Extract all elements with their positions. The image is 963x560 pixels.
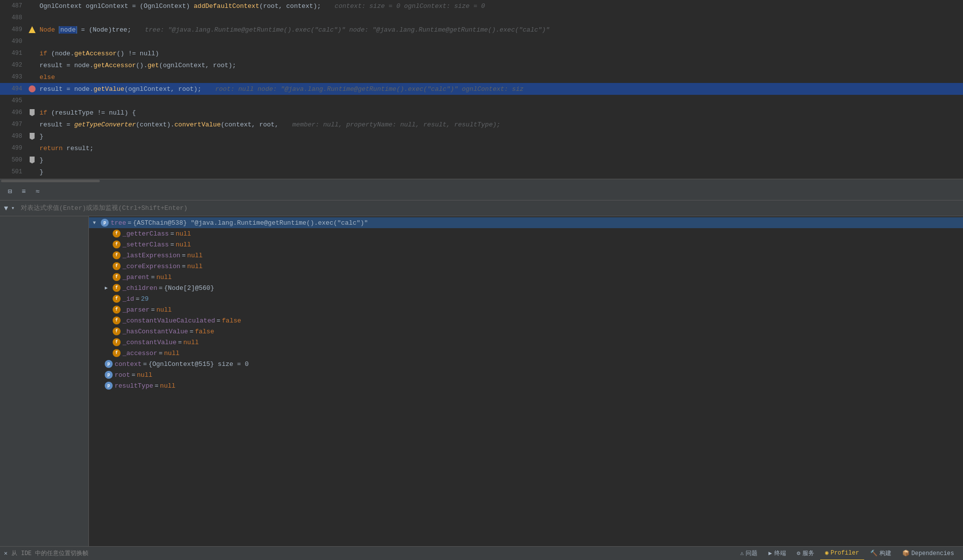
code-lines: 487 OgnlContext ognlContext = (OgnlConte…: [0, 0, 963, 179]
code-line-499: 499 return result;: [0, 142, 963, 154]
var-val-getterClass: null: [175, 230, 191, 238]
field-badge-f3: f: [113, 251, 121, 259]
line-content: Node node = (Node)tree; tree: "@java.lan…: [37, 26, 963, 34]
var-item-lastExpression[interactable]: f _lastExpression = null: [89, 250, 963, 261]
app-container: 487 OgnlContext ognlContext = (OgnlConte…: [0, 0, 963, 560]
var-eq7: =: [135, 295, 139, 303]
code-line-488: 488: [0, 12, 963, 24]
field-badge-f12: f: [113, 349, 121, 357]
var-name-parent: _parent: [123, 274, 150, 281]
var-item-constantValue[interactable]: f _constantValue = null: [89, 337, 963, 348]
var-item-children[interactable]: ▶ f _children = {Node[2]@560}: [89, 282, 963, 293]
dropdown-arrow[interactable]: ▾: [11, 204, 14, 212]
tree-root-row[interactable]: ▼ p tree = {ASTChain@538} "@java.lang.Ru…: [89, 217, 963, 228]
var-eq4: =: [182, 263, 186, 270]
var-item-context[interactable]: p context = {OgnlContext@515} size = 0: [89, 359, 963, 369]
var-item-resultType[interactable]: p resultType = null: [89, 380, 963, 391]
line-content: }: [37, 157, 963, 164]
field-badge-f10: f: [113, 327, 121, 335]
root-value: {ASTChain@538} "@java.lang.Runtime@getRu…: [133, 219, 368, 227]
line-number: 500: [0, 157, 27, 163]
var-item-id[interactable]: f _id = 29: [89, 293, 963, 304]
code-line-497: 497 result = getTypeConverter(context).c…: [0, 119, 963, 130]
status-tab-terminal[interactable]: ▶ 终端: [763, 547, 791, 560]
variables-list[interactable]: ▼ p tree = {ASTChain@538} "@java.lang.Ru…: [89, 216, 963, 546]
code-line-487: 487 OgnlContext ognlContext = (OgnlConte…: [0, 0, 963, 12]
code-line-489: 489 Node node = (Node)tree; tree: "@java…: [0, 24, 963, 36]
status-left: ✕ 从 IDE 中的任意位置切换帧: [4, 549, 88, 558]
services-icon: ⚙: [797, 550, 800, 557]
line-content: result = node.getValue(ognlContext, root…: [37, 85, 963, 93]
var-item-getterClass[interactable]: f _getterClass = null: [89, 228, 963, 239]
line-content: }: [37, 133, 963, 140]
build-label: 构建: [879, 549, 891, 558]
status-tab-issues[interactable]: ⚠ 问题: [735, 547, 762, 560]
scrollbar-thumb[interactable]: [1, 180, 100, 182]
var-val-hasConstantValue: false: [195, 328, 214, 335]
var-eq3: =: [182, 252, 186, 259]
var-item-root[interactable]: p root = null: [89, 369, 963, 380]
toolbar-btn-equal[interactable]: ≈: [32, 186, 43, 198]
var-item-setterClass[interactable]: f _setterClass = null: [89, 239, 963, 250]
var-item-parent[interactable]: f _parent = null: [89, 272, 963, 282]
field-badge-f4: f: [113, 262, 121, 270]
horizontal-scrollbar[interactable]: [0, 179, 963, 183]
build-icon: 🔨: [870, 550, 878, 557]
var-eq9: =: [216, 317, 220, 324]
status-tab-dependencies[interactable]: 📦 Dependencies: [897, 547, 959, 560]
terminal-label: 终端: [774, 549, 786, 558]
var-eq2: =: [170, 241, 174, 248]
var-val-lastExpression: null: [187, 252, 203, 259]
breakpoint-icon: [29, 85, 36, 92]
profiler-label: Profiler: [831, 550, 859, 557]
root-expand-arrow[interactable]: ▼: [93, 220, 101, 226]
field-badge-f9: f: [113, 317, 121, 324]
var-item-parser[interactable]: f _parser = null: [89, 304, 963, 315]
var-eq10: =: [190, 328, 194, 335]
var-eq: =: [170, 230, 174, 238]
var-item-hasConstantValue[interactable]: f _hasConstantValue = false: [89, 326, 963, 337]
var-name-id: _id: [123, 295, 134, 303]
line-content: if (node.getAccessor() != null): [37, 50, 963, 57]
toolbar-btn-list[interactable]: ⊟: [4, 186, 16, 198]
bookmark-icon-498: [30, 133, 35, 140]
status-tabs: ⚠ 问题 ▶ 终端 ⚙ 服务 ◉ Profiler 🔨 构建 📦 Depende: [735, 547, 959, 560]
line-number: 491: [0, 50, 27, 57]
toolbar-btn-grid[interactable]: ≡: [18, 186, 30, 198]
var-item-accessor[interactable]: f _accessor = null: [89, 348, 963, 359]
line-number: 497: [0, 121, 27, 128]
line-content: if (resultType != null) {: [37, 109, 963, 117]
line-gutter-498: [27, 133, 37, 140]
issues-icon: ⚠: [740, 550, 744, 557]
var-val-constantValue: null: [183, 339, 199, 346]
field-badge-f2: f: [113, 240, 121, 248]
code-editor: 487 OgnlContext ognlContext = (OgnlConte…: [0, 0, 963, 183]
expression-input[interactable]: [21, 204, 959, 212]
var-val-setterClass: null: [175, 241, 191, 248]
line-content: OgnlContext ognlContext = (OgnlContext) …: [37, 2, 963, 10]
var-item-coreExpression[interactable]: f _coreExpression = null: [89, 261, 963, 272]
root-badge: p: [101, 219, 109, 227]
issues-label: 问题: [746, 549, 757, 558]
var-val-parent: null: [156, 274, 171, 281]
var-item-constantValueCalculated[interactable]: f _constantValueCalculated = false: [89, 315, 963, 326]
profiler-icon: ◉: [825, 549, 829, 557]
var-val-id: 29: [141, 295, 149, 303]
var-name-constantValueCalculated: _constantValueCalculated: [123, 317, 215, 324]
var-name-getterClass: _getterClass: [123, 230, 169, 238]
var-name-root: root: [115, 371, 130, 379]
status-tab-build[interactable]: 🔨 构建: [865, 547, 896, 560]
status-tab-services[interactable]: ⚙ 服务: [792, 547, 819, 560]
line-number: 498: [0, 133, 27, 140]
line-number: 493: [0, 74, 27, 80]
line-content: result = node.getAccessor().get(ognlCont…: [37, 62, 963, 69]
status-tab-profiler[interactable]: ◉ Profiler: [820, 547, 864, 560]
code-line-500: 500 }: [0, 154, 963, 166]
line-number: 494: [0, 85, 27, 92]
var-name-setterClass: _setterClass: [123, 241, 169, 248]
var-name-context: context: [115, 360, 142, 368]
status-close-btn[interactable]: ✕: [4, 550, 7, 557]
field-badge-f5: f: [113, 273, 121, 281]
line-content: return result;: [37, 145, 963, 152]
expand-arrow-children[interactable]: ▶: [105, 285, 113, 291]
